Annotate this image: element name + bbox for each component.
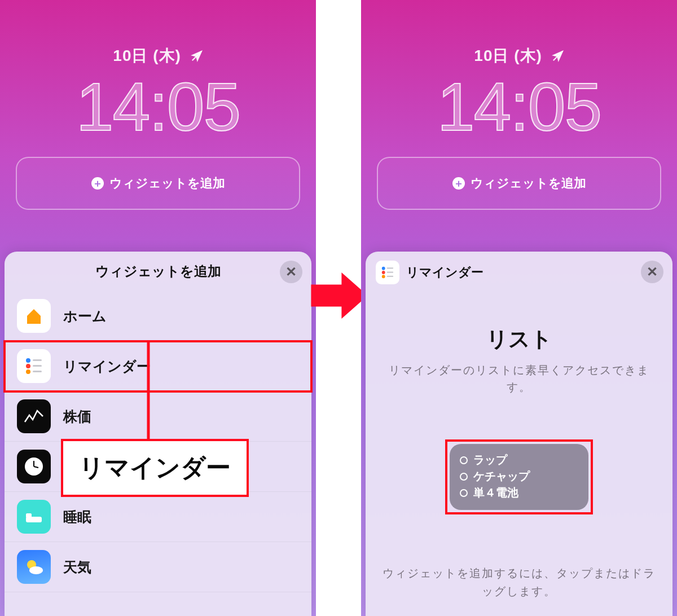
sheet-header: リマインダー ✕	[366, 252, 672, 291]
widget-detail-sheet: リマインダー ✕ リスト リマインダーのリストに素早くアクセスできます。 ラップ…	[366, 252, 672, 616]
add-hint: ウィジェットを追加するには、タップまたはドラッグします。	[377, 564, 661, 600]
svg-point-5	[26, 369, 30, 374]
reminders-icon	[376, 261, 399, 284]
list-item: 単４電池	[460, 485, 578, 501]
app-label: リマインダー	[63, 357, 151, 376]
lockscreen-clock[interactable]: 14:05	[361, 68, 677, 146]
app-label: 睡眠	[63, 508, 91, 526]
callout-connector	[146, 342, 151, 441]
date-text: 10日 (木)	[474, 47, 542, 64]
sheet-app-name: リマインダー	[406, 264, 483, 281]
lockscreen-clock[interactable]: 14:05	[0, 68, 316, 146]
svg-point-13	[29, 566, 43, 574]
date-text: 10日 (木)	[113, 47, 181, 64]
svg-rect-4	[33, 365, 42, 367]
circle-icon	[460, 473, 468, 481]
item-text: ケチャップ	[473, 469, 530, 484]
add-widget-button[interactable]: ＋ ウィジェットを追加	[16, 157, 300, 210]
home-icon	[17, 299, 51, 333]
svg-point-21	[382, 275, 385, 278]
callout-text: リマインダー	[79, 454, 231, 481]
svg-rect-22	[387, 276, 394, 277]
plus-icon: ＋	[91, 177, 104, 190]
app-label: 天気	[63, 558, 91, 577]
app-row-reminders[interactable]: リマインダー	[5, 341, 311, 391]
add-widget-label: ウィジェットを追加	[471, 175, 586, 192]
app-label: 株価	[63, 407, 91, 426]
close-button[interactable]: ✕	[280, 261, 302, 283]
reminders-callout: リマインダー	[61, 439, 249, 497]
circle-icon	[460, 456, 468, 464]
add-widget-button[interactable]: ＋ ウィジェットを追加	[377, 157, 661, 210]
lockscreen-date: 10日 (木)	[0, 45, 316, 67]
circle-icon	[460, 489, 468, 497]
location-off-icon	[191, 48, 203, 66]
svg-rect-11	[26, 513, 32, 518]
svg-rect-18	[387, 267, 394, 269]
sleep-icon	[17, 500, 51, 534]
lockscreen-date: 10日 (木)	[361, 45, 677, 67]
app-row-weather[interactable]: 天気	[5, 542, 311, 592]
app-row-stocks[interactable]: 株価	[5, 391, 311, 442]
clock-icon	[17, 450, 51, 483]
close-icon: ✕	[647, 264, 658, 280]
widget-preview-highlight: ラップ ケチャップ 単４電池	[446, 441, 592, 513]
close-button[interactable]: ✕	[641, 261, 663, 283]
list-item: ケチャップ	[460, 468, 578, 485]
svg-rect-2	[33, 359, 42, 361]
reminders-widget-preview[interactable]: ラップ ケチャップ 単４電池	[450, 444, 588, 510]
add-widget-label: ウィジェットを追加	[109, 175, 225, 192]
left-phone: 10日 (木) 14:05 ＋ ウィジェットを追加 ウィジェットを追加 ✕ ホー…	[0, 0, 316, 616]
plus-icon: ＋	[452, 177, 465, 190]
svg-point-17	[382, 267, 385, 270]
app-label: ホーム	[63, 307, 107, 325]
location-off-icon	[552, 48, 564, 66]
svg-marker-15	[311, 272, 367, 319]
right-phone: 10日 (木) 14:05 ＋ ウィジェットを追加 リマインダー ✕	[361, 0, 677, 616]
close-icon: ✕	[285, 264, 297, 280]
widget-picker-sheet: ウィジェットを追加 ✕ ホーム リマインダ	[5, 252, 311, 616]
svg-point-19	[382, 271, 385, 274]
app-row-home[interactable]: ホーム	[5, 291, 311, 341]
item-text: ラップ	[473, 452, 507, 468]
reminders-icon	[17, 349, 51, 383]
item-text: 単４電池	[473, 485, 518, 500]
svg-point-3	[26, 364, 30, 368]
widget-title: リスト	[366, 325, 672, 354]
svg-point-1	[26, 358, 30, 363]
sheet-header-app: リマインダー	[376, 261, 483, 284]
transition-arrow-icon	[308, 265, 369, 326]
sheet-title: ウィジェットを追加	[95, 262, 221, 280]
stocks-icon	[17, 399, 51, 433]
weather-icon	[17, 550, 51, 584]
widget-description: リマインダーのリストに素早くアクセスできます。	[366, 362, 672, 395]
list-item: ラップ	[460, 452, 578, 468]
sheet-header: ウィジェットを追加 ✕	[5, 252, 311, 291]
svg-rect-6	[33, 371, 42, 372]
app-row-sleep[interactable]: 睡眠	[5, 492, 311, 542]
svg-rect-20	[387, 272, 394, 273]
